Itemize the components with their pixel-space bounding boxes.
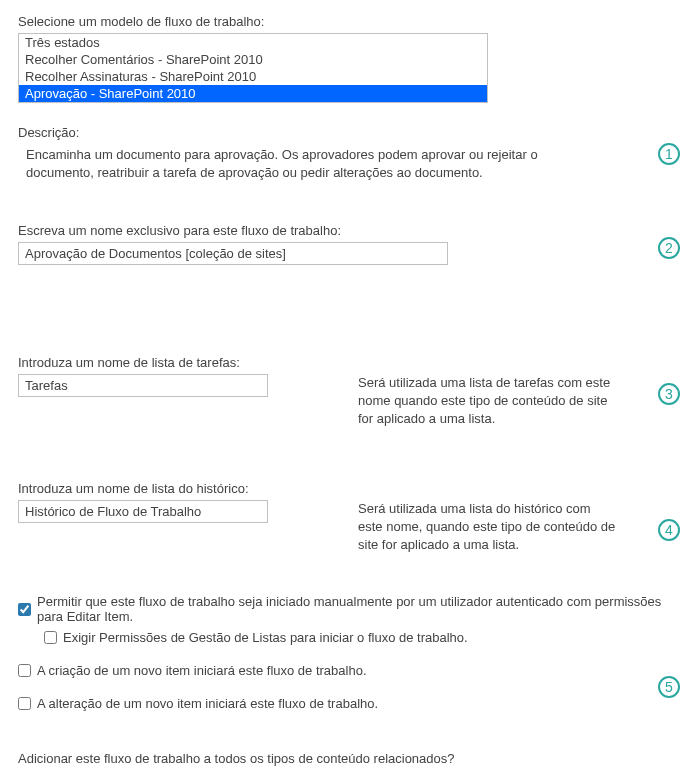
name-section: Escreva um nome exclusivo para este flux… [18, 223, 680, 265]
template-option[interactable]: Recolher Comentários - SharePoint 2010 [19, 51, 487, 68]
template-listbox[interactable]: Três estadosRecolher Comentários - Share… [18, 33, 488, 103]
template-option[interactable]: Recolher Assinaturas - SharePoint 2010 [19, 68, 487, 85]
require-manage-row: Exigir Permissões de Gestão de Listas pa… [44, 630, 680, 645]
callout-2: 2 [658, 237, 680, 259]
name-label: Escreva um nome exclusivo para este flux… [18, 223, 680, 238]
task-list-input[interactable] [18, 374, 268, 397]
history-list-label: Introduza um nome de lista do histórico: [18, 481, 680, 496]
callout-5: 5 [658, 676, 680, 698]
template-option[interactable]: Três estados [19, 34, 487, 51]
template-select-label: Selecione um modelo de fluxo de trabalho… [18, 14, 680, 29]
require-manage-checkbox[interactable] [44, 631, 57, 644]
add-to-all-section: Adicionar este fluxo de trabalho a todos… [18, 751, 680, 770]
manual-start-label: Permitir que este fluxo de trabalho seja… [37, 594, 680, 624]
manual-start-row: Permitir que este fluxo de trabalho seja… [18, 594, 680, 624]
add-to-all-label: Adicionar este fluxo de trabalho a todos… [18, 751, 680, 766]
workflow-name-input[interactable] [18, 242, 448, 265]
on-create-checkbox[interactable] [18, 664, 31, 677]
history-list-section: Introduza um nome de lista do histórico:… [18, 481, 680, 555]
start-options-section: Permitir que este fluxo de trabalho seja… [18, 594, 680, 711]
description-text: Encaminha um documento para aprovação. O… [18, 144, 558, 181]
task-list-label: Introduza um nome de lista de tarefas: [18, 355, 680, 370]
on-create-row: A criação de um novo item iniciará este … [18, 663, 680, 678]
on-change-label: A alteração de um novo item iniciará est… [37, 696, 378, 711]
manual-start-checkbox[interactable] [18, 603, 31, 616]
template-select-section: Selecione um modelo de fluxo de trabalho… [18, 14, 680, 103]
description-label: Descrição: [18, 125, 680, 140]
task-list-section: Introduza um nome de lista de tarefas: S… [18, 355, 680, 429]
callout-1: 1 [658, 143, 680, 165]
require-manage-label: Exigir Permissões de Gestão de Listas pa… [63, 630, 468, 645]
history-list-input[interactable] [18, 500, 268, 523]
callout-3: 3 [658, 383, 680, 405]
on-change-row: A alteração de um novo item iniciará est… [18, 696, 680, 711]
on-create-label: A criação de um novo item iniciará este … [37, 663, 367, 678]
description-section: Descrição: Encaminha um documento para a… [18, 125, 680, 181]
callout-4: 4 [658, 519, 680, 541]
on-change-checkbox[interactable] [18, 697, 31, 710]
template-option[interactable]: Aprovação - SharePoint 2010 [19, 85, 487, 102]
history-list-helper: Será utilizada uma lista do histórico co… [358, 500, 618, 555]
task-list-helper: Será utilizada uma lista de tarefas com … [358, 374, 618, 429]
